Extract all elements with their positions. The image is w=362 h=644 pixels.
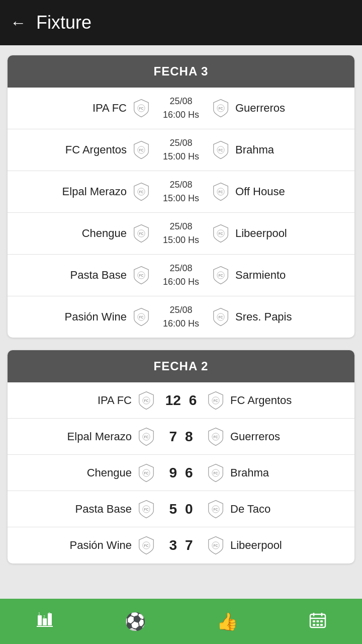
score-separator: 8 [185, 429, 193, 445]
svg-text:FC: FC [139, 315, 144, 319]
section-header-fecha2: FECHA 2 [8, 350, 354, 382]
team-away-badge: FC [211, 307, 230, 327]
match-date: 25/08 [169, 262, 192, 275]
match-row: Pasta Base FC 50 FC De Taco [8, 491, 354, 527]
svg-text:FC: FC [144, 508, 149, 511]
match-row: Elpal Merazo FC 25/0815:00 Hs FC Off Hou… [8, 171, 354, 213]
team-home-badge: FC [137, 536, 156, 555]
svg-text:FC: FC [214, 508, 218, 511]
match-row: Chengue FC 25/0815:00 Hs FC Libeerpool [8, 213, 354, 255]
nav-standings[interactable]: 1 2 3 [36, 611, 54, 632]
nav-calendar[interactable] [309, 611, 327, 632]
match-center: 37 [156, 537, 206, 553]
svg-text:FC: FC [214, 544, 218, 547]
nav-ball[interactable]: ⚽ [125, 613, 146, 630]
score-home: 9 [169, 465, 177, 481]
team-home-badge: FC [137, 391, 156, 410]
svg-text:FC: FC [219, 148, 223, 152]
score-separator: 0 [185, 501, 193, 517]
standings-icon: 1 2 3 [36, 611, 54, 632]
team-away: FC Argentos [225, 394, 346, 407]
match-date: 25/08 [169, 178, 192, 192]
team-home: Pasión Wine [16, 539, 137, 552]
match-center: 25/0816:00 Hs [151, 95, 211, 122]
team-away: Sres. Papis [230, 310, 346, 324]
match-center: 78 [156, 429, 206, 445]
team-home-badge: FC [137, 463, 156, 482]
match-row: IPA FC FC 126 FC FC Argentos [8, 382, 354, 419]
svg-text:FC: FC [214, 471, 218, 475]
match-date: 25/08 [169, 303, 192, 317]
team-home-badge: FC [137, 427, 156, 446]
team-home-badge: FC [132, 99, 151, 118]
match-center: 25/0815:00 Hs [151, 220, 211, 247]
team-away-badge: FC [211, 224, 230, 243]
section-fecha3: FECHA 3IPA FC FC 25/0816:00 Hs FC Guerre… [8, 55, 354, 338]
team-away-badge: FC [206, 536, 225, 555]
match-date: 25/08 [169, 136, 192, 150]
svg-text:FC: FC [139, 232, 144, 235]
team-home: IPA FC [16, 394, 137, 407]
team-home: Chengue [16, 466, 137, 479]
svg-rect-45 [43, 618, 47, 625]
team-home-badge: FC [132, 266, 151, 285]
svg-text:FC: FC [219, 190, 223, 194]
svg-text:3: 3 [48, 612, 50, 615]
match-row: Elpal Merazo FC 78 FC Guerreros [8, 419, 354, 455]
team-away: Brahma [225, 466, 346, 479]
match-center: 25/0816:00 Hs [151, 303, 211, 331]
bottom-nav: 1 2 3 ⚽ 👍 [0, 599, 362, 644]
main-content: FECHA 3IPA FC FC 25/0816:00 Hs FC Guerre… [0, 45, 362, 644]
team-away: De Taco [225, 503, 346, 516]
match-row: Pasión Wine FC 37 FC Libeerpool [8, 527, 354, 564]
match-time: 15:00 Hs [163, 192, 199, 205]
team-home-badge: FC [132, 182, 151, 201]
team-home: Elpal Merazo [16, 430, 137, 443]
svg-text:FC: FC [139, 148, 144, 152]
team-home-badge: FC [137, 500, 156, 519]
team-away-badge: FC [206, 500, 225, 519]
match-row: Pasta Base FC 25/0816:00 Hs FC Sarmiento [8, 255, 354, 296]
svg-rect-60 [320, 624, 323, 626]
svg-text:FC: FC [139, 190, 144, 194]
match-row: FC Argentos FC 25/0815:00 Hs FC Brahma [8, 129, 354, 171]
score-separator: 7 [185, 537, 193, 553]
team-away-badge: FC [211, 99, 230, 118]
svg-rect-55 [313, 620, 315, 622]
match-time: 16:00 Hs [163, 108, 199, 122]
team-away: Guerreros [230, 102, 346, 115]
svg-text:FC: FC [139, 274, 144, 277]
back-button[interactable]: ← [10, 14, 26, 32]
svg-rect-56 [316, 620, 319, 622]
svg-text:FC: FC [144, 399, 149, 403]
svg-text:FC: FC [219, 107, 223, 110]
team-away: Sarmiento [230, 269, 346, 282]
match-row: Pasión Wine FC 25/0816:00 Hs FC Sres. Pa… [8, 296, 354, 338]
svg-text:FC: FC [214, 435, 218, 439]
team-away-badge: FC [211, 140, 230, 159]
match-center: 25/0816:00 Hs [151, 262, 211, 289]
match-date: 25/08 [169, 220, 192, 233]
match-center: 25/0815:00 Hs [151, 136, 211, 164]
match-time: 16:00 Hs [163, 317, 199, 331]
page-title: Fixture [36, 12, 92, 33]
team-home: Pasta Base [16, 269, 132, 282]
svg-text:2: 2 [43, 615, 45, 618]
nav-like[interactable]: 👍 [217, 613, 238, 630]
score-separator: 6 [189, 392, 197, 409]
score-home: 5 [169, 501, 177, 517]
svg-text:FC: FC [139, 107, 144, 110]
team-away-badge: FC [211, 266, 230, 285]
team-away: Libeerpool [230, 227, 346, 240]
svg-rect-59 [316, 624, 319, 626]
team-away: Off House [230, 185, 346, 198]
svg-text:FC: FC [219, 274, 223, 277]
match-time: 15:00 Hs [163, 150, 199, 164]
svg-rect-57 [320, 620, 323, 622]
svg-rect-58 [313, 624, 315, 626]
team-home-badge: FC [132, 140, 151, 159]
team-home: FC Argentos [16, 143, 132, 156]
team-away-badge: FC [206, 463, 225, 482]
team-away: Libeerpool [225, 539, 346, 552]
match-center: 50 [156, 501, 206, 517]
